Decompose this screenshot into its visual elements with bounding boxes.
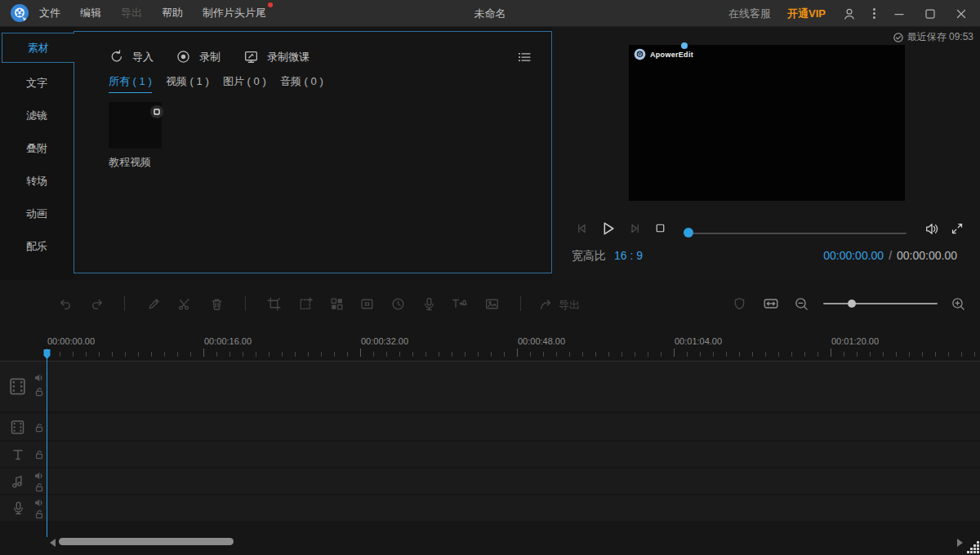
ruler-tick <box>282 352 283 357</box>
record-icon <box>176 49 191 64</box>
lock-track-icon[interactable] <box>34 482 44 492</box>
import-button[interactable]: 导入 <box>109 49 154 64</box>
ruler-tick <box>674 349 675 357</box>
mosaic-button[interactable] <box>328 295 345 312</box>
vip-link[interactable]: 开通VIP <box>787 7 826 21</box>
menu-file[interactable]: 文件 <box>39 6 60 20</box>
tab-audio[interactable]: 音频 ( 0 ) <box>280 74 323 92</box>
account-icon[interactable] <box>842 7 857 21</box>
lock-track-icon[interactable] <box>34 423 44 433</box>
minimize-button[interactable] <box>892 7 906 21</box>
text-to-speech-button[interactable] <box>451 295 467 312</box>
text-to-speech-icon <box>451 295 467 312</box>
scroll-left-arrow[interactable] <box>50 539 56 547</box>
ruler-tick <box>412 352 413 357</box>
next-frame-button[interactable] <box>627 221 642 236</box>
tab-images[interactable]: 图片 ( 0 ) <box>223 74 266 92</box>
aspect-ratio-value[interactable]: 16 : 9 <box>614 249 643 262</box>
seek-bar[interactable] <box>688 233 906 234</box>
previous-frame-button[interactable] <box>575 221 590 236</box>
sidebar-item-transitions[interactable]: 转场 <box>0 165 74 198</box>
pip-track-icon <box>9 419 26 436</box>
crop-button[interactable] <box>265 295 282 312</box>
sidebar-item-music[interactable]: 配乐 <box>0 230 74 263</box>
timeline-zoom-out-button[interactable] <box>793 295 809 312</box>
tab-videos[interactable]: 视频 ( 1 ) <box>166 74 209 92</box>
track-text[interactable] <box>0 442 980 467</box>
delete-button[interactable] <box>208 295 225 312</box>
sidebar-item-media[interactable]: 素材 <box>2 33 74 63</box>
tab-all[interactable]: 所有 ( 1 ) <box>109 74 152 93</box>
timeline-ruler[interactable]: 00:00:00.0000:00:16.0000:00:32.0000:00:4… <box>0 329 980 362</box>
freeze-frame-button[interactable] <box>359 295 375 312</box>
lock-track-icon[interactable] <box>34 387 44 397</box>
mute-track-icon[interactable] <box>34 373 44 383</box>
stop-button[interactable] <box>653 221 667 235</box>
list-view-button[interactable] <box>517 50 532 64</box>
edit-button[interactable] <box>145 295 162 312</box>
more-options-icon[interactable] <box>873 8 875 19</box>
timeline-scrollbar[interactable] <box>59 538 234 545</box>
record-button[interactable]: 录制 <box>176 49 220 64</box>
fit-timeline-button[interactable] <box>763 295 779 312</box>
preview-screen[interactable]: ApowerEdit <box>629 45 905 201</box>
ruler-tick <box>909 352 910 357</box>
record-course-button[interactable]: 录制微课 <box>243 49 310 64</box>
track-voice[interactable] <box>0 495 980 521</box>
ruler-tick <box>595 352 596 357</box>
scroll-right-arrow[interactable] <box>957 539 963 547</box>
record-label: 录制 <box>199 50 220 64</box>
export-label[interactable]: 导出 <box>559 298 580 313</box>
lock-track-icon[interactable] <box>34 509 44 519</box>
ruler-tick <box>243 352 243 357</box>
lock-track-icon[interactable] <box>34 450 44 460</box>
fullscreen-button[interactable] <box>950 221 964 236</box>
menu-edit[interactable]: 编辑 <box>80 6 101 20</box>
export-button[interactable] <box>537 295 554 312</box>
online-support-link[interactable]: 在线客服 <box>728 7 771 21</box>
ruler-tick <box>922 352 923 357</box>
split-button[interactable] <box>176 295 193 312</box>
ruler-tick <box>621 352 622 357</box>
maximize-button[interactable] <box>923 7 938 21</box>
play-button[interactable] <box>599 220 617 238</box>
media-item-thumbnail[interactable] <box>109 102 162 149</box>
volume-button[interactable] <box>924 221 939 237</box>
track-music[interactable] <box>0 468 980 494</box>
zoom-clip-button[interactable] <box>297 295 314 312</box>
mute-track-icon[interactable] <box>34 498 44 508</box>
sidebar-item-filters[interactable]: 滤镜 <box>0 100 74 132</box>
playhead-line[interactable] <box>47 351 47 537</box>
close-button[interactable] <box>954 7 969 21</box>
voiceover-button[interactable] <box>421 295 437 312</box>
mute-track-icon[interactable] <box>34 471 44 481</box>
clip-type-badge-icon <box>150 105 163 118</box>
sidebar-item-overlays[interactable]: 叠附 <box>0 132 74 165</box>
ruler-tick <box>791 352 792 357</box>
track-video[interactable] <box>0 362 980 411</box>
ruler-label: 00:00:00.00 <box>47 336 95 346</box>
ruler-tick <box>112 352 113 357</box>
ruler-tick <box>948 352 949 357</box>
redo-button[interactable] <box>89 295 105 312</box>
duration-button[interactable] <box>390 295 406 312</box>
resize-grip[interactable] <box>967 541 979 553</box>
timeline-zoom-in-button[interactable] <box>950 295 966 312</box>
timeline-zoom-slider[interactable] <box>823 303 938 304</box>
snapshot-button[interactable] <box>483 295 500 312</box>
track-pip[interactable] <box>0 414 980 440</box>
timeline-zoom-handle[interactable] <box>848 300 856 308</box>
undo-button[interactable] <box>56 295 73 312</box>
preview-panel: 最近保存 09:53 ApowerEdit <box>552 27 980 280</box>
seek-handle[interactable] <box>684 228 693 238</box>
ruler-tick <box>726 352 727 357</box>
ruler-tick <box>517 349 518 357</box>
playhead-marker[interactable] <box>42 349 51 360</box>
text-track-icon <box>10 446 26 463</box>
menu-intro-outro[interactable]: 制作片头片尾 <box>203 6 266 20</box>
sidebar-item-text[interactable]: 文字 <box>0 67 74 100</box>
menu-help[interactable]: 帮助 <box>162 6 183 20</box>
sidebar-item-animations[interactable]: 动画 <box>0 198 74 230</box>
ruler-tick <box>86 352 87 357</box>
marker-button[interactable] <box>731 295 747 312</box>
